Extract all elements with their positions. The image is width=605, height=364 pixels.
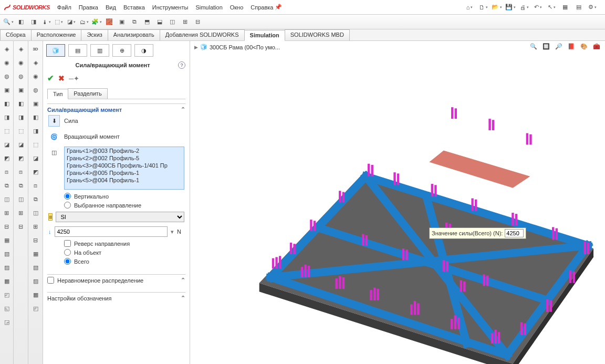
help-icon[interactable]: ? <box>178 61 185 69</box>
cmtab-addins[interactable]: Добавления SOLIDWORKS <box>160 29 245 40</box>
cmtab-mbd[interactable]: SOLIDWORKS MBD <box>285 29 350 40</box>
menu-simulation[interactable]: Simulation <box>195 4 222 11</box>
subtab-type[interactable]: Тип <box>47 89 68 99</box>
pm-tab-appearance[interactable]: ◑ <box>134 44 153 57</box>
rail3-icon[interactable]: ▣ <box>30 98 41 109</box>
rail1-icon[interactable]: ◪ <box>1 139 13 150</box>
rail1-icon[interactable]: ◩ <box>1 152 13 164</box>
rail3-icon[interactable]: ◍ <box>30 84 41 96</box>
rail1-icon[interactable]: ▩ <box>1 275 13 287</box>
open-icon[interactable]: 📂 <box>492 2 502 13</box>
cmtab-simulation[interactable]: Simulation <box>244 30 285 41</box>
rail1-icon[interactable]: ▨ <box>1 262 13 273</box>
cancel-button[interactable]: ✖ <box>58 74 65 82</box>
rail2-icon[interactable]: ◩ <box>15 152 27 164</box>
rail2-icon[interactable]: ◈ <box>15 43 27 55</box>
rail1-icon[interactable]: ◰ <box>1 289 13 300</box>
pin-icon[interactable]: 📌 <box>273 2 284 13</box>
rail2-icon[interactable]: ◍ <box>15 70 27 82</box>
rail1-icon[interactable]: ⊞ <box>1 207 13 219</box>
rail1-icon[interactable]: ▧ <box>1 248 13 259</box>
rail3-icon[interactable]: ▧ <box>30 262 41 273</box>
radio-per-item[interactable]: На объект <box>47 248 185 257</box>
menu-tools[interactable]: Инструменты <box>152 4 189 11</box>
cmtab-sketch[interactable]: Эскиз <box>81 29 108 40</box>
rail3-icon[interactable]: ⧉ <box>30 193 41 205</box>
pushpin-icon[interactable]: ─✦ <box>69 75 79 82</box>
flyout-input[interactable] <box>505 229 524 237</box>
rail1-icon[interactable]: ◧ <box>1 98 13 109</box>
rail2-icon[interactable]: ⊞ <box>15 207 27 219</box>
rail2-icon[interactable]: ▣ <box>15 84 27 96</box>
face-selection-list[interactable]: Грань<1>@003 Профиль-2 Грань<2>@002 Проф… <box>64 147 184 190</box>
cmd-icon-14[interactable]: ◫ <box>167 17 178 27</box>
options-icon[interactable]: ▤ <box>573 2 584 13</box>
force-icon[interactable]: ⬇ <box>48 115 60 127</box>
rail1-icon[interactable]: ◨ <box>1 111 13 123</box>
rail2-icon[interactable]: ⧈ <box>15 166 27 178</box>
menu-window[interactable]: Окно <box>230 4 244 11</box>
cmd-icon-6[interactable]: ◪ <box>66 17 77 27</box>
rail3-icon[interactable]: ⧈ <box>30 180 41 191</box>
list-item[interactable]: Грань<1>@003 Профиль-2 <box>65 147 184 154</box>
pm-tab-config[interactable]: ▤ <box>68 44 87 57</box>
torque-icon[interactable]: 🌀 <box>48 131 60 142</box>
rail1-icon[interactable]: ◫ <box>1 193 13 205</box>
rail3-icon[interactable]: ▨ <box>30 275 41 287</box>
cmd-icon-16[interactable]: ⊟ <box>192 17 203 27</box>
cmd-icon-11[interactable]: ⧉ <box>129 17 140 27</box>
home-icon[interactable]: ⌂ <box>464 2 475 13</box>
units-select[interactable]: SI <box>56 212 184 222</box>
rail2-icon[interactable]: ⊟ <box>15 221 27 232</box>
rail2-icon[interactable]: ⬚ <box>15 125 27 137</box>
settings-gear-icon[interactable]: ⚙ <box>587 2 598 13</box>
menu-view[interactable]: Вид <box>106 4 116 11</box>
rebuild-icon[interactable]: ▦ <box>560 2 570 13</box>
rail1-icon[interactable]: ▣ <box>1 84 13 96</box>
rail1-icon[interactable]: ⊟ <box>1 221 13 232</box>
rail3-3d-icon[interactable]: 3D <box>30 43 41 55</box>
menu-help[interactable]: Справка <box>251 4 273 11</box>
undo-icon[interactable]: ↶ <box>533 2 543 13</box>
rail3-icon[interactable]: ▩ <box>30 289 41 300</box>
cmd-icon-2[interactable]: ◧ <box>16 17 26 27</box>
cmtab-assembly[interactable]: Сборка <box>0 29 32 40</box>
check-nonuniform[interactable] <box>47 277 54 284</box>
pm-tab-coord[interactable]: ⊕ <box>112 44 131 57</box>
radio-total[interactable]: Всего <box>47 257 185 266</box>
rail3-icon[interactable]: ◩ <box>30 166 41 178</box>
section-force-header[interactable]: Сила/вращающий момент <box>47 106 185 113</box>
section-nonuniform-header[interactable]: Неравномерное распределение <box>47 277 185 284</box>
check-reverse[interactable]: Реверс направления <box>47 239 185 248</box>
rail2-icon[interactable]: ◨ <box>15 111 27 123</box>
cmtab-analyze[interactable]: Анализировать <box>108 29 160 40</box>
graphics-viewport[interactable]: ▶ 🧊 300СБ Рама (00<По умо... 🔍 🔲 🔎 📕 🎨 🧰 <box>190 41 605 364</box>
rail3-icon[interactable]: ◉ <box>30 70 41 82</box>
rail3-icon[interactable]: ◰ <box>30 303 41 314</box>
spinner-icon[interactable]: ▾ <box>171 228 174 235</box>
rail1-icon[interactable]: ◍ <box>1 70 13 82</box>
rail3-icon[interactable]: ⬚ <box>30 139 41 150</box>
rail3-icon[interactable]: ◨ <box>30 125 41 137</box>
radio-selected-dir[interactable]: Выбранное направление <box>47 201 185 210</box>
cmd-icon-7[interactable]: 🗂 <box>79 17 89 27</box>
print-icon[interactable]: 🖨 <box>519 2 529 13</box>
rail3-icon[interactable]: ◈ <box>30 57 41 68</box>
list-item[interactable]: Грань<2>@002 Профиль-5 <box>65 154 184 162</box>
cmtab-layout[interactable]: Расположение <box>31 29 82 40</box>
cmd-icon-12[interactable]: ⬒ <box>142 17 152 27</box>
cmd-icon-1[interactable]: 🔍 <box>3 17 14 27</box>
rail2-icon[interactable]: ⧉ <box>15 180 27 191</box>
rail1-icon[interactable]: ◈ <box>1 43 13 55</box>
cmd-icon-13[interactable]: ⬓ <box>154 17 165 27</box>
face-select-icon[interactable]: ◫ <box>48 147 60 158</box>
menu-insert[interactable]: Вставка <box>123 4 145 11</box>
list-item[interactable]: Грань<4>@005 Профиль-1 <box>65 169 184 176</box>
cmd-icon-8[interactable]: 🧩 <box>91 17 102 27</box>
section-notation-header[interactable]: Настройки обозначения <box>47 295 185 301</box>
rail2-icon[interactable]: ◪ <box>15 139 27 150</box>
radio-vertical[interactable]: Вертикально <box>47 192 185 201</box>
cmd-icon-4[interactable]: 🌡 <box>41 17 51 27</box>
pm-tab-feature[interactable]: 🧊 <box>46 44 65 57</box>
rail2-icon[interactable]: ◧ <box>15 98 27 109</box>
